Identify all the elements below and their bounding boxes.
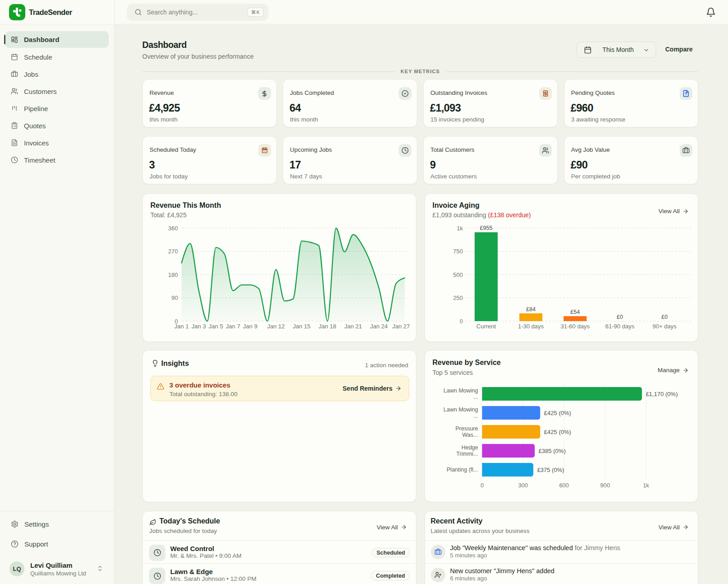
- svg-text:Trimmi...: Trimmi...: [456, 451, 478, 457]
- svg-text:31-60 days: 31-60 days: [560, 323, 590, 330]
- svg-text:...: ...: [473, 394, 478, 400]
- svg-text:Jan 3: Jan 3: [191, 323, 206, 330]
- svg-text:750: 750: [453, 248, 463, 255]
- svg-text:£425 (0%): £425 (0%): [544, 429, 571, 435]
- svg-text:900: 900: [600, 482, 610, 489]
- svg-text:250: 250: [453, 294, 463, 301]
- svg-text:Jan 1: Jan 1: [174, 323, 189, 330]
- svg-text:1k: 1k: [457, 225, 463, 232]
- svg-text:£1,170 (0%): £1,170 (0%): [645, 391, 677, 397]
- svg-text:270: 270: [168, 248, 178, 255]
- svg-text:1k: 1k: [643, 482, 649, 489]
- svg-text:£375 (0%): £375 (0%): [537, 467, 564, 473]
- svg-text:300: 300: [518, 482, 528, 489]
- svg-text:Current: Current: [476, 323, 496, 330]
- svg-text:Was...: Was...: [462, 432, 478, 438]
- svg-text:Pressure: Pressure: [455, 425, 478, 432]
- svg-text:£0: £0: [616, 314, 623, 320]
- svg-text:0: 0: [480, 482, 483, 489]
- svg-text:£54: £54: [570, 309, 580, 315]
- svg-text:...: ...: [473, 413, 478, 419]
- svg-text:Planting (fl...: Planting (fl...: [447, 467, 478, 473]
- svg-text:Jan 24: Jan 24: [370, 323, 387, 330]
- svg-text:600: 600: [559, 482, 569, 489]
- svg-text:Jan 7: Jan 7: [226, 323, 240, 330]
- svg-text:Jan 18: Jan 18: [318, 323, 336, 330]
- svg-text:90+ days: 90+ days: [652, 323, 677, 330]
- svg-text:Jan 15: Jan 15: [293, 323, 310, 330]
- svg-text:Jan 9: Jan 9: [243, 323, 257, 330]
- svg-text:£425 (0%): £425 (0%): [544, 410, 571, 416]
- svg-text:Jan 21: Jan 21: [344, 323, 362, 330]
- svg-text:Lawn Mowing: Lawn Mowing: [443, 406, 478, 413]
- svg-text:Jan 27: Jan 27: [392, 323, 410, 330]
- svg-text:£0: £0: [661, 314, 667, 320]
- svg-text:£385 (0%): £385 (0%): [538, 448, 565, 454]
- svg-text:90: 90: [172, 294, 178, 301]
- svg-text:£84: £84: [526, 306, 536, 313]
- svg-text:Jan 12: Jan 12: [267, 323, 285, 330]
- svg-text:Hedge: Hedge: [461, 444, 478, 451]
- svg-text:360: 360: [168, 225, 178, 232]
- svg-text:Jan 5: Jan 5: [209, 323, 223, 330]
- svg-text:0: 0: [459, 318, 462, 325]
- svg-text:61-90 days: 61-90 days: [605, 323, 635, 330]
- svg-text:500: 500: [453, 271, 463, 278]
- svg-text:Lawn Mowing: Lawn Mowing: [443, 388, 478, 394]
- svg-text:1-30 days: 1-30 days: [518, 323, 544, 330]
- svg-text:180: 180: [168, 271, 178, 278]
- svg-text:£955: £955: [480, 225, 492, 231]
